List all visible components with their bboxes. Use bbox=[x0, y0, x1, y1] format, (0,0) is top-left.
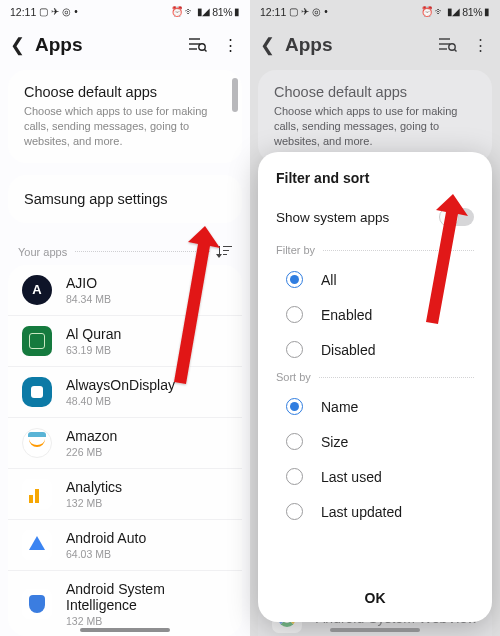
vowifi-icon: ᯤ bbox=[435, 7, 445, 17]
more-menu-icon[interactable]: ⋮ bbox=[473, 36, 488, 54]
filter-by-label: Filter by bbox=[276, 244, 474, 256]
clock: 12:11 bbox=[10, 6, 36, 18]
title-bar: ❮ Apps ⋮ bbox=[0, 20, 250, 70]
filter-option-enabled[interactable]: Enabled bbox=[276, 297, 474, 332]
aod-icon bbox=[22, 377, 52, 407]
svg-point-3 bbox=[199, 43, 205, 49]
samsung-settings-card[interactable]: Samsung app settings bbox=[8, 175, 242, 223]
default-apps-heading: Choose default apps bbox=[24, 84, 226, 100]
radio-icon bbox=[286, 398, 303, 415]
sort-option-size[interactable]: Size bbox=[276, 424, 474, 459]
sort-option-name[interactable]: Name bbox=[276, 389, 474, 424]
sort-icon[interactable] bbox=[216, 245, 232, 259]
phone-screen-right: 12:11 ▢ ✈ ◎ • ⏰ ᯤ ▮◢ 81% ▮ ❮ Apps ⋮ Choo… bbox=[250, 0, 500, 636]
sheet-title: Filter and sort bbox=[276, 170, 474, 186]
your-apps-header: Your apps bbox=[0, 235, 250, 265]
battery-icon: ▮ bbox=[484, 7, 490, 17]
battery-percent: 81% bbox=[212, 6, 232, 18]
app-row-amazon[interactable]: Amazon226 MB bbox=[8, 417, 242, 468]
app-list: AJIO84.34 MB Al Quran63.19 MB AlwaysOnDi… bbox=[8, 265, 242, 636]
phone-screen-left: 12:11 ▢ ✈ ◎ • ⏰ ᯤ ▮◢ 81% ▮ ❮ Apps ⋮ Choo… bbox=[0, 0, 250, 636]
search-sort-icon[interactable] bbox=[438, 36, 457, 55]
more-menu-icon[interactable]: ⋮ bbox=[223, 36, 238, 54]
filter-option-all[interactable]: All bbox=[276, 262, 474, 297]
page-title: Apps bbox=[285, 34, 428, 56]
title-bar: ❮ Apps ⋮ bbox=[250, 20, 500, 70]
telegram-icon: ✈ bbox=[301, 7, 309, 17]
app-row-asi[interactable]: Android System Intelligence132 MB bbox=[8, 570, 242, 636]
vowifi-icon: ᯤ bbox=[185, 7, 195, 17]
svg-line-9 bbox=[454, 49, 456, 51]
sort-option-last-used[interactable]: Last used bbox=[276, 459, 474, 494]
ok-button[interactable]: OK bbox=[276, 576, 474, 614]
clock: 12:11 bbox=[260, 6, 286, 18]
default-apps-sub: Choose which apps to use for making call… bbox=[24, 104, 226, 149]
signal-icon: ▮◢ bbox=[197, 7, 210, 17]
auto-icon bbox=[22, 530, 52, 560]
radio-icon bbox=[286, 433, 303, 450]
app-row-ajio[interactable]: AJIO84.34 MB bbox=[8, 265, 242, 315]
status-bar: 12:11 ▢ ✈ ◎ • ⏰ ᯤ ▮◢ 81% ▮ bbox=[250, 0, 500, 20]
svg-line-4 bbox=[204, 49, 206, 51]
app-row-quran[interactable]: Al Quran63.19 MB bbox=[8, 315, 242, 366]
battery-percent: 81% bbox=[462, 6, 482, 18]
app-row-aod[interactable]: AlwaysOnDisplay48.40 MB bbox=[8, 366, 242, 417]
amazon-icon bbox=[22, 428, 52, 458]
radio-icon bbox=[286, 341, 303, 358]
back-icon[interactable]: ❮ bbox=[260, 34, 275, 56]
alarm-icon: ⏰ bbox=[171, 7, 183, 17]
ajio-icon bbox=[22, 275, 52, 305]
asi-icon bbox=[22, 589, 52, 619]
signal-icon: ▮◢ bbox=[447, 7, 460, 17]
image-icon: ▢ bbox=[39, 7, 48, 17]
status-bar: 12:11 ▢ ✈ ◎ • ⏰ ᯤ ▮◢ 81% ▮ bbox=[0, 0, 250, 20]
filter-sort-sheet: Filter and sort Show system apps Filter … bbox=[258, 152, 492, 622]
home-indicator[interactable] bbox=[80, 628, 170, 632]
show-system-row[interactable]: Show system apps bbox=[276, 202, 474, 240]
image-icon: ▢ bbox=[289, 7, 298, 17]
app-row-analytics[interactable]: Analytics132 MB bbox=[8, 468, 242, 519]
home-indicator[interactable] bbox=[330, 628, 420, 632]
telegram-icon: ✈ bbox=[51, 7, 59, 17]
your-apps-label: Your apps bbox=[18, 246, 67, 258]
radio-icon bbox=[286, 468, 303, 485]
more-icon: • bbox=[74, 7, 78, 17]
filter-option-disabled[interactable]: Disabled bbox=[276, 332, 474, 367]
samsung-settings-label: Samsung app settings bbox=[24, 191, 226, 207]
instagram-icon: ◎ bbox=[312, 7, 321, 17]
radio-icon bbox=[286, 503, 303, 520]
back-icon[interactable]: ❮ bbox=[10, 34, 25, 56]
divider-dots bbox=[75, 251, 210, 252]
radio-icon bbox=[286, 306, 303, 323]
analytics-icon bbox=[22, 479, 52, 509]
sort-by-label: Sort by bbox=[276, 371, 474, 383]
app-row-auto[interactable]: Android Auto64.03 MB bbox=[8, 519, 242, 570]
search-sort-icon[interactable] bbox=[188, 36, 207, 55]
show-system-toggle[interactable] bbox=[440, 208, 474, 226]
default-apps-heading: Choose default apps bbox=[274, 84, 476, 100]
default-apps-card[interactable]: Choose default apps Choose which apps to… bbox=[8, 70, 242, 163]
default-apps-sub: Choose which apps to use for making call… bbox=[274, 104, 476, 149]
show-system-label: Show system apps bbox=[276, 210, 389, 225]
more-icon: • bbox=[324, 7, 328, 17]
sort-option-last-updated[interactable]: Last updated bbox=[276, 494, 474, 529]
radio-icon bbox=[286, 271, 303, 288]
default-apps-card: Choose default apps Choose which apps to… bbox=[258, 70, 492, 163]
alarm-icon: ⏰ bbox=[421, 7, 433, 17]
instagram-icon: ◎ bbox=[62, 7, 71, 17]
svg-point-8 bbox=[449, 43, 455, 49]
battery-icon: ▮ bbox=[234, 7, 240, 17]
quran-icon bbox=[22, 326, 52, 356]
scroll-thumb[interactable] bbox=[232, 78, 238, 112]
page-title: Apps bbox=[35, 34, 178, 56]
